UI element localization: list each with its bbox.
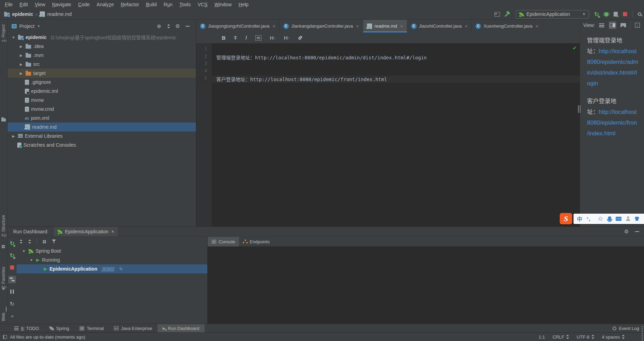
chevron-right-icon[interactable]: ▶: [19, 53, 23, 57]
refresh-button[interactable]: ↻: [8, 300, 16, 308]
filter-icon[interactable]: [52, 240, 56, 244]
resize-grip[interactable]: [642, 326, 643, 341]
run-configuration-select[interactable]: EpidemicApplication ▼: [516, 10, 589, 19]
menu-help[interactable]: Help: [235, 1, 252, 8]
dashboard-row-running[interactable]: ▼▶Running: [17, 255, 207, 264]
code-span-button[interactable]: m: [255, 35, 262, 41]
tree-row-readme-md[interactable]: readme.md: [8, 123, 196, 131]
debug-button[interactable]: [604, 12, 608, 17]
chevron-down-icon[interactable]: ▼: [21, 249, 26, 253]
person-icon[interactable]: [626, 216, 630, 221]
pause-button[interactable]: [8, 288, 16, 295]
favorites-star-icon[interactable]: ★: [1, 286, 6, 291]
close-icon[interactable]: ×: [400, 23, 403, 29]
menu-run[interactable]: Run: [160, 1, 176, 8]
toolwindow-button-6--todo[interactable]: 6: TODO: [9, 324, 44, 332]
tree-row-mvnw[interactable]: mvnw: [8, 96, 196, 105]
preview-link[interactable]: in/dist/index.html#/l: [587, 69, 637, 76]
tree-row--mvn[interactable]: ▶.mvn: [8, 51, 196, 60]
tree-row--gitignore[interactable]: .gitignore: [8, 78, 196, 87]
sogou-logo-icon[interactable]: S: [560, 213, 572, 224]
encoding-select[interactable]: UTF-8: [577, 334, 594, 340]
run-dashboard-tab[interactable]: EpidemicApplication ×: [53, 227, 119, 236]
header-up-button[interactable]: H↑: [284, 35, 290, 41]
auto-scroll-button[interactable]: ↕: [634, 21, 641, 29]
preview-link[interactable]: 8080/epidemic/fron: [587, 119, 637, 126]
more-button[interactable]: »: [8, 312, 16, 320]
console-tab-endpoints[interactable]: Endpoints: [239, 237, 274, 246]
preview-link[interactable]: http://localhost: [599, 109, 637, 115]
preview-link[interactable]: ogin: [587, 80, 598, 87]
emoji-icon[interactable]: ☺: [597, 215, 603, 222]
show-configurations-button[interactable]: [8, 276, 16, 283]
console-tab-console[interactable]: ›Console: [208, 237, 239, 246]
italic-button[interactable]: I: [245, 35, 247, 41]
tab-jiankangdangancontroller-java[interactable]: CJiankangdanganController.java×: [280, 20, 363, 32]
close-icon[interactable]: ×: [273, 23, 275, 29]
chevron-right-icon[interactable]: ▶: [11, 134, 16, 138]
editor-line-4[interactable]: 4: [196, 68, 580, 76]
menu-refactor[interactable]: Refactor: [117, 1, 142, 8]
menu-edit[interactable]: Edit: [16, 1, 31, 8]
tree-row-scratches-and-consoles[interactable]: Scratches and Consoles: [8, 140, 196, 149]
port-link[interactable]: :8080/: [101, 266, 115, 272]
tab-xueshengcontroller-java[interactable]: CXueshengController.java×: [472, 20, 542, 32]
toolwindow-button-java-enterprise[interactable]: EEJava Enterprise: [109, 324, 157, 332]
close-icon[interactable]: ×: [356, 23, 359, 29]
chevron-right-icon[interactable]: ▶: [19, 45, 23, 48]
view-editor-only-button[interactable]: [598, 21, 606, 29]
tab-jiaoshicontroller-java[interactable]: CJiaoshiController.java×: [407, 20, 472, 32]
tree-row-src[interactable]: ▶src: [8, 60, 196, 69]
menu-tools[interactable]: Tools: [176, 1, 194, 8]
edit-pencil-icon[interactable]: ✎: [119, 266, 123, 272]
collapse-all-icon[interactable]: [167, 24, 170, 28]
splitter-handle[interactable]: [578, 105, 581, 113]
sidebar-item-web[interactable]: Web: [1, 313, 6, 321]
tree-row-mvnw-cmd[interactable]: mvnw.cmd: [8, 105, 196, 114]
view-split-button[interactable]: [609, 21, 616, 29]
tree-row-external-libraries[interactable]: ▶External Libraries: [8, 131, 196, 140]
console-output[interactable]: [208, 246, 644, 324]
menu-code[interactable]: Code: [75, 1, 93, 8]
editor-line-1[interactable]: 1: [196, 47, 580, 54]
menu-build[interactable]: Build: [142, 1, 160, 8]
link-button[interactable]: [298, 37, 302, 39]
tab-jiaogongtongzhicontroller-java[interactable]: CJiaogongtongzhiController.java×: [196, 20, 280, 32]
preview-link[interactable]: http://localhost: [599, 48, 637, 55]
mic-icon[interactable]: [608, 216, 611, 221]
web-globe-icon[interactable]: [6, 306, 7, 312]
search-everywhere-icon[interactable]: [638, 12, 641, 16]
hide-panel-icon[interactable]: [635, 231, 639, 232]
dashboard-row-epidemicapplication[interactable]: ▶EpidemicApplication:8080/✎: [17, 264, 207, 273]
dashboard-row-spring-boot[interactable]: ▼Spring Boot: [17, 246, 207, 255]
run-button[interactable]: ↻: [594, 11, 599, 18]
group-by-icon[interactable]: [42, 240, 46, 244]
skin-icon[interactable]: [635, 217, 640, 221]
chinese-mode-icon[interactable]: 中: [577, 215, 582, 222]
breadcrumb-file[interactable]: readme.md: [47, 11, 72, 17]
chevron-down-icon[interactable]: ▼: [29, 258, 34, 262]
caret-position[interactable]: 1:1: [539, 334, 545, 340]
tree-row-pom-xml[interactable]: mpom.xml: [8, 114, 196, 123]
structure-grid-icon[interactable]: [1, 245, 5, 249]
tree-row-target[interactable]: ▶target: [8, 69, 196, 78]
preview-link[interactable]: /index.html: [587, 130, 615, 137]
sidebar-item-favorites[interactable]: 2: Favorites: [1, 267, 6, 289]
strikethrough-button[interactable]: T: [234, 35, 237, 41]
chevron-right-icon[interactable]: ▶: [19, 62, 23, 66]
gear-icon[interactable]: ⚙: [176, 23, 180, 29]
gear-icon[interactable]: ⚙: [624, 228, 629, 235]
toolwindow-button-terminal[interactable]: ›Terminal: [74, 324, 109, 332]
editor-line-3[interactable]: 3: [196, 61, 580, 68]
coverage-button[interactable]: [614, 12, 618, 17]
chevron-down-icon[interactable]: ▼: [11, 36, 16, 39]
editor-line-5[interactable]: 5客户登录地址：http://localhost:8080/epidemic/f…: [196, 76, 580, 83]
close-icon[interactable]: ×: [465, 23, 467, 29]
menu-window[interactable]: Window: [211, 1, 235, 8]
punctuation-icon[interactable]: °，: [587, 215, 593, 222]
line-ending-select[interactable]: CRLF: [552, 334, 569, 340]
header-down-button[interactable]: H↓: [270, 35, 276, 41]
toolwindow-button-spring[interactable]: Spring: [44, 324, 75, 332]
chevron-right-icon[interactable]: ▶: [19, 71, 23, 75]
restart-button[interactable]: ↻: [8, 252, 16, 259]
